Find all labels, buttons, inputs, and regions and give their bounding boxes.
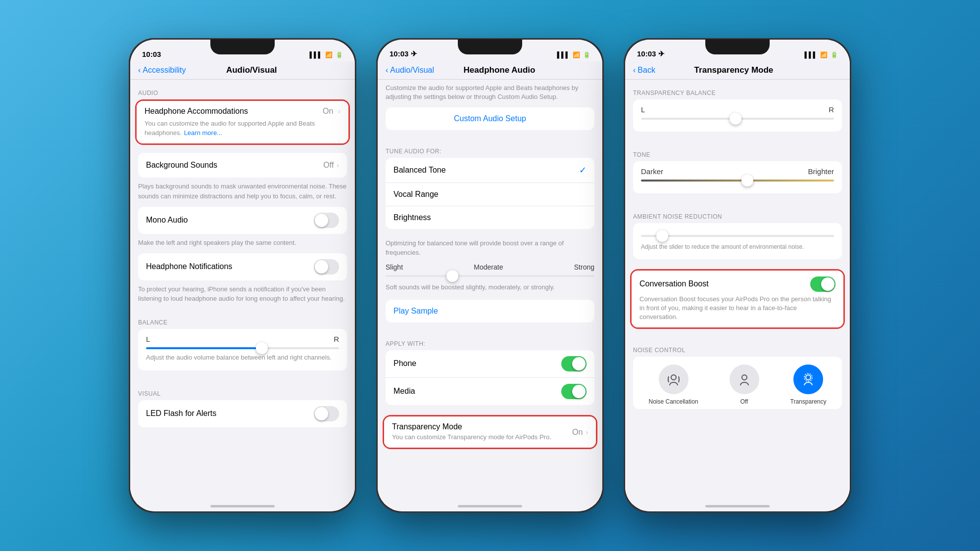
t-balance-group: L R [633, 99, 842, 132]
mono-audio-row[interactable]: Mono Audio [138, 207, 347, 234]
battery-icon-3: 🔋 [831, 51, 838, 58]
balance-fill [146, 347, 262, 349]
headphone-accom-link[interactable]: Learn more... [184, 129, 222, 137]
t-balance-slider[interactable] [641, 118, 834, 120]
transparency-mode-chevron: › [586, 428, 588, 436]
apply-media-row[interactable]: Media [386, 378, 594, 405]
headphone-accom-group: Headphone Accommodations On › You can cu… [137, 101, 348, 143]
tone-thumb[interactable] [741, 175, 753, 186]
headphone-notif-desc: To protect your hearing, iPhone sends a … [138, 285, 345, 302]
conversation-boost-row[interactable]: Conversation Boost Conversation Boost fo… [632, 271, 843, 328]
signal-icon-1: ▌▌▌ [309, 51, 322, 58]
tune-desc: Optimizing for balanced tone will provid… [386, 239, 594, 257]
headphone-notif-content: Headphone Notifications [146, 262, 314, 271]
play-sample-label: Play Sample [393, 307, 438, 315]
tune-option-brightness[interactable]: Brightness [386, 206, 594, 229]
mono-audio-desc: Make the left and right speakers play th… [138, 239, 296, 246]
apply-phone-title: Phone [393, 359, 561, 368]
apply-phone-toggle-thumb [572, 357, 586, 370]
mono-audio-toggle[interactable] [314, 213, 339, 228]
balance-group: L R Adjust the audio volume balance betw… [138, 329, 347, 370]
headphone-notif-row[interactable]: Headphone Notifications [138, 253, 347, 280]
headphone-notif-title: Headphone Notifications [146, 262, 314, 271]
wifi-icon-2: 📶 [573, 51, 580, 58]
mono-audio-title: Mono Audio [146, 216, 314, 225]
status-icons-1: ▌▌▌ 📶 🔋 [309, 51, 343, 58]
conversation-boost-thumb [821, 277, 834, 291]
tune-option-vocal[interactable]: Vocal Range [386, 183, 594, 206]
battery-icon-1: 🔋 [336, 51, 343, 58]
content-3[interactable]: TRANSPARENCY BALANCE L R TONE [625, 80, 850, 505]
tune-vocal-label: Vocal Range [393, 190, 587, 199]
tune-balanced-check: ✓ [579, 165, 587, 176]
ambient-thumb[interactable] [656, 230, 668, 242]
content-2[interactable]: Customize the audio for supported Apple … [378, 80, 602, 505]
battery-icon-2: 🔋 [583, 51, 590, 58]
led-flash-title: LED Flash for Alerts [146, 409, 314, 418]
tone-group: Darker Brighter [633, 161, 842, 193]
phone-1: 10:03 ▌▌▌ 📶 🔋 ‹ Accessibility Audio/Visu… [129, 38, 356, 513]
notch-3 [705, 40, 770, 54]
apply-media-toggle[interactable] [561, 384, 587, 399]
svg-point-1 [742, 375, 747, 380]
tone-header: TONE [625, 141, 850, 161]
t-balance-thumb[interactable] [730, 113, 741, 125]
transparency-mode-row[interactable]: Transparency Mode You can customize Tran… [384, 416, 596, 448]
section-header-audio: AUDIO [130, 80, 355, 99]
intensity-strong: Strong [574, 263, 594, 271]
tone-slider[interactable] [641, 180, 834, 182]
tone-brighter-label: Brighter [808, 167, 834, 176]
noise-transparency-label: Transparency [790, 398, 827, 405]
status-time-2: 10:03 ✈ [390, 49, 417, 58]
background-sounds-row[interactable]: Background Sounds Off › [138, 153, 347, 178]
status-icons-3: ▌▌▌ 📶 🔋 [804, 51, 838, 58]
ambient-slider[interactable] [641, 235, 834, 237]
balance-slider[interactable] [146, 347, 339, 349]
apply-media-content: Media [393, 387, 561, 396]
transparency-balance-header: TRANSPARENCY BALANCE [625, 80, 850, 99]
content-1[interactable]: AUDIO Headphone Accommodations On › [130, 80, 355, 505]
highlight-transparency-mode: Transparency Mode You can customize Tran… [383, 415, 597, 449]
led-flash-toggle[interactable] [314, 406, 339, 421]
noise-off-label: Off [740, 398, 748, 405]
balance-thumb[interactable] [256, 342, 268, 354]
apply-phone-row[interactable]: Phone [386, 350, 594, 378]
phone-frame-3: 10:03 ✈ ▌▌▌ 📶 🔋 ‹ Back Transparency Mode… [624, 38, 851, 513]
noise-cancellation-item[interactable]: Noise Cancellation [649, 365, 698, 405]
transparency-mode-group: Transparency Mode You can customize Tran… [384, 416, 596, 448]
intensity-labels: Slight Moderate Strong [378, 263, 602, 271]
headphone-accom-subtitle: You can customize the audio for supporte… [145, 120, 315, 137]
conversation-boost-toggle[interactable] [810, 276, 835, 292]
background-sounds-title: Background Sounds [146, 161, 323, 170]
home-indicator-2 [458, 505, 522, 507]
highlight-conversation-boost: Conversation Boost Conversation Boost fo… [630, 269, 845, 329]
tone-darker-label: Darker [641, 167, 663, 176]
headphone-accom-chevron: › [338, 107, 341, 115]
apply-phone-toggle[interactable] [561, 356, 587, 371]
headphone-accom-row[interactable]: Headphone Accommodations On › You can cu… [137, 101, 348, 143]
background-sounds-content: Background Sounds [146, 161, 323, 170]
back-chevron-icon-1: ‹ [138, 66, 141, 75]
noise-transparency-item[interactable]: Transparency [790, 365, 827, 405]
apply-media-title: Media [393, 387, 561, 396]
svg-point-2 [806, 375, 811, 380]
phone-2: 10:03 ✈ ▌▌▌ 📶 🔋 ‹ Audio/Visual Headphone… [376, 38, 604, 513]
tune-brightness-label: Brightness [393, 213, 587, 222]
wifi-icon-3: 📶 [820, 51, 828, 58]
home-indicator-1 [210, 505, 275, 507]
tune-option-balanced[interactable]: Balanced Tone ✓ [386, 158, 594, 183]
intensity-slider[interactable] [386, 275, 594, 277]
headphone-notif-toggle[interactable] [314, 259, 339, 275]
svg-point-0 [671, 375, 676, 380]
mono-audio-group: Mono Audio [138, 207, 347, 234]
tune-balanced-label: Balanced Tone [393, 166, 579, 175]
led-flash-row[interactable]: LED Flash for Alerts [138, 400, 347, 427]
signal-icon-2: ▌▌▌ [557, 51, 570, 58]
noise-off-item[interactable]: Off [730, 365, 759, 405]
custom-audio-btn[interactable]: Custom Audio Setup [386, 107, 594, 130]
intensity-thumb[interactable] [446, 270, 458, 282]
noise-off-icon [730, 365, 759, 394]
noise-icons-row: Noise Cancellation Off [633, 357, 842, 409]
conversation-boost-title: Conversation Boost [639, 279, 709, 288]
play-sample-row[interactable]: Play Sample [386, 300, 594, 322]
